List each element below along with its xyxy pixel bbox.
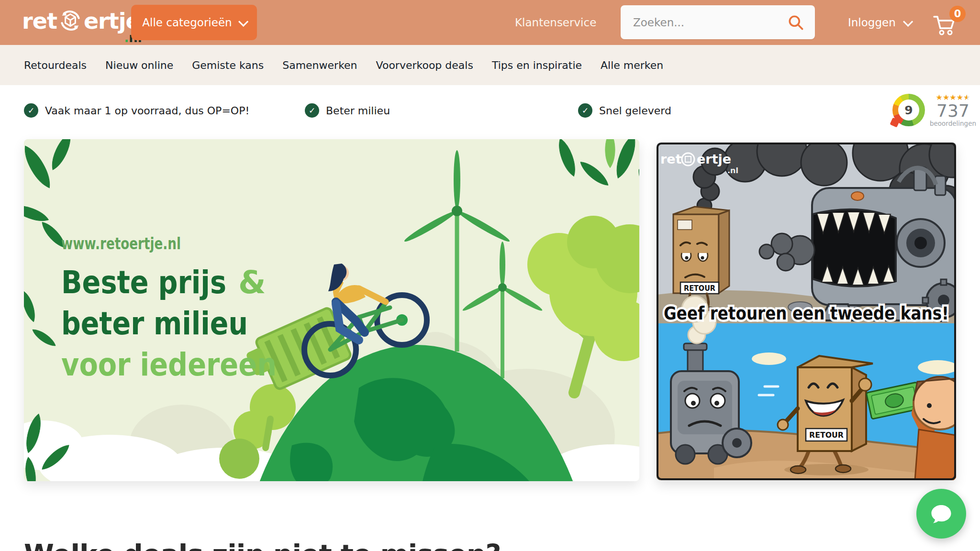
hero-headline-line1: Beste prijs <box>61 264 226 301</box>
login-label: Inloggen <box>848 16 896 29</box>
chat-bubble-icon <box>927 500 955 528</box>
rating-ring: 9 <box>892 94 925 126</box>
rating-score: 9 <box>892 94 925 126</box>
cartoon-top-scene: RETOUR ret ertje .nl <box>657 143 956 323</box>
nav-item-alle-merken[interactable]: Alle merken <box>601 59 663 71</box>
retour-cartoon: RETOUR ret ertje .nl <box>657 143 956 480</box>
section-heading-partial: Welke deals zijn niet te missen? <box>24 540 646 551</box>
usp-label: Beter milieu <box>326 105 390 117</box>
hero-banner-right[interactable]: RETOUR ret ertje .nl <box>657 143 956 480</box>
review-count: 737 <box>936 102 969 120</box>
nav-item-nieuw-online[interactable]: Nieuw online <box>105 59 173 71</box>
hero-right-caption: Geef retouren een tweede kans! <box>664 303 949 324</box>
usp-label: Vaak maar 1 op voorraad, dus OP=OP! <box>45 105 249 117</box>
categories-button[interactable]: Alle categorieën <box>131 5 257 40</box>
review-score-widget[interactable]: 9 737 beoordelingen <box>892 94 976 127</box>
review-count-label: beoordelingen <box>930 120 976 127</box>
chevron-down-icon <box>903 16 913 26</box>
retour-label-bottom: RETOUR <box>809 430 844 440</box>
search-icon[interactable] <box>786 13 805 32</box>
usp-label: Snel geleverd <box>599 105 671 117</box>
watermark-text-right: ertje <box>697 152 731 166</box>
site-logo[interactable]: ret ertje .nl <box>22 6 140 36</box>
categories-button-label: Alle categorieën <box>142 16 232 29</box>
nav-item-voorverkoop-deals[interactable]: Voorverkoop deals <box>376 59 473 71</box>
hero-headline-amp: & <box>238 264 266 301</box>
eco-illustration: www.retoertje.nl Beste prijs & beter mil… <box>24 139 639 481</box>
customer-service-link[interactable]: Klantenservice <box>515 0 596 45</box>
search-box <box>621 5 815 39</box>
usp-item: Snel geleverd <box>578 103 671 118</box>
nav-item-retourdeals[interactable]: Retourdeals <box>24 59 87 71</box>
usp-item: Vaak maar 1 op voorraad, dus OP=OP! <box>24 103 249 118</box>
hero-website-url: www.retoertje.nl <box>61 234 181 253</box>
watermark-text-left: ret <box>660 152 682 166</box>
check-icon <box>578 103 592 118</box>
chat-button[interactable] <box>916 489 966 539</box>
check-icon <box>305 103 319 118</box>
hero-headline-line2: beter milieu <box>61 305 248 342</box>
cart-button[interactable]: 0 <box>933 11 967 37</box>
header: ret ertje .nl Alle categorieën Klantense… <box>0 0 980 45</box>
hero-headline-line3: voor iedereen <box>61 346 277 383</box>
cart-count-badge: 0 <box>949 6 966 22</box>
watermark-tld: .nl <box>727 166 738 175</box>
nav-item-samenwerken[interactable]: Samenwerken <box>282 59 357 71</box>
main-nav: Retourdeals Nieuw online Gemiste kans Sa… <box>0 45 980 85</box>
retour-label-top: RETOUR <box>684 284 715 293</box>
page: ret ertje .nl Alle categorieën Klantense… <box>0 0 980 551</box>
chevron-down-icon <box>238 16 248 26</box>
search-input[interactable] <box>632 16 786 29</box>
section-heading-text: Welke deals zijn niet te missen? <box>24 540 646 551</box>
nav-item-gemiste-kans[interactable]: Gemiste kans <box>192 59 264 71</box>
login-button[interactable]: Inloggen <box>848 0 911 45</box>
check-icon <box>24 103 38 118</box>
recycle-box-logo-icon <box>57 8 83 33</box>
hero-banner-left[interactable]: www.retoertje.nl Beste prijs & beter mil… <box>24 139 639 481</box>
logo-text-left: ret <box>22 6 57 36</box>
usp-bar: Vaak maar 1 op voorraad, dus OP=OP! Bete… <box>0 85 980 128</box>
usp-item: Beter milieu <box>305 103 390 118</box>
nav-item-tips-en-inspiratie[interactable]: Tips en inspiratie <box>492 59 582 71</box>
